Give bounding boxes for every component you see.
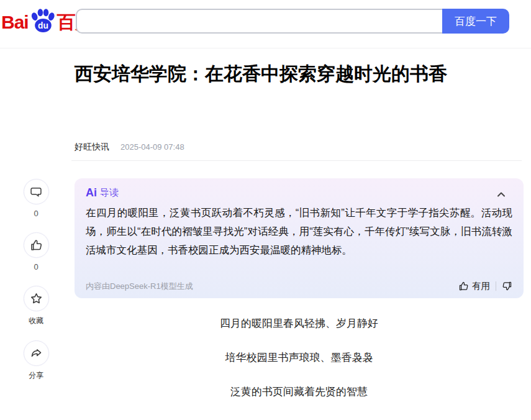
ai-summary-footer: 内容由DeepSeek-R1模型生成 有用 — [75, 280, 524, 292]
baidu-logo-text-bai: Bai — [1, 12, 29, 33]
like-action: 0 — [22, 232, 50, 272]
useful-label: 有用 — [472, 280, 490, 292]
share-action: 分享 — [22, 340, 50, 381]
article-body: 四月的暖阳里春风轻拂、岁月静好 培华校园里书声琅琅、墨香袅袅 泛黄的书页间藏着先… — [75, 316, 524, 418]
share-button[interactable] — [24, 340, 49, 366]
thumb-up-icon — [458, 281, 469, 291]
meta-divider — [71, 160, 522, 161]
action-rail: 0 0 收藏 分享 — [22, 179, 50, 395]
paragraph: 泛黄的书页间藏着先贤的智慧 — [75, 384, 524, 400]
star-icon — [30, 292, 43, 305]
svg-text:du: du — [38, 21, 48, 30]
favorite-label: 收藏 — [22, 316, 50, 326]
thumb-down-icon[interactable] — [502, 281, 512, 291]
ai-summary-header: Ai 导读 — [75, 178, 524, 199]
ai-logo: Ai — [86, 186, 97, 199]
favorite-button[interactable] — [24, 286, 49, 311]
search-button[interactable]: 百度一下 — [442, 9, 509, 34]
top-bar: Bai du 百度 百度一下 — [0, 0, 531, 48]
paragraph: 四月的暖阳里春风轻拂、岁月静好 — [75, 316, 524, 332]
ai-attribution: 内容由DeepSeek-R1模型生成 — [86, 281, 193, 292]
article-title: 西安培华学院：在花香中探索穿越时光的书香 — [75, 60, 523, 88]
article-source[interactable]: 好旺快讯 — [75, 142, 109, 153]
share-icon — [30, 347, 43, 360]
baidu-paw-icon: du — [29, 7, 57, 35]
comment-action: 0 — [22, 179, 50, 218]
useful-button[interactable]: 有用 — [458, 280, 490, 292]
ai-summary-text: 在四月的暖阳里，泛黄书页跃动着不朽灵感，“旧书新知”让千年文字于学子指尖苏醒。活… — [75, 199, 524, 259]
share-label: 分享 — [22, 370, 50, 381]
article-timestamp: 2025-04-09 07:48 — [120, 142, 184, 152]
like-count: 0 — [22, 262, 50, 272]
comment-count: 0 — [22, 209, 50, 218]
ai-summary-card: Ai 导读 在四月的暖阳里，泛黄书页跃动着不朽灵感，“旧书新知”让千年文字于学子… — [75, 178, 524, 298]
favorite-action: 收藏 — [22, 286, 50, 326]
thumb-up-icon — [30, 239, 43, 252]
comment-button[interactable] — [24, 179, 49, 204]
search-input[interactable] — [76, 9, 442, 34]
like-button[interactable] — [24, 232, 49, 258]
feedback-divider — [496, 281, 496, 291]
ai-summary-label: 导读 — [100, 187, 119, 199]
comment-icon — [30, 186, 42, 198]
chevron-up-icon[interactable] — [495, 188, 507, 201]
paragraph: 培华校园里书声琅琅、墨香袅袅 — [75, 350, 524, 366]
article-meta: 好旺快讯 2025-04-09 07:48 — [75, 142, 184, 153]
